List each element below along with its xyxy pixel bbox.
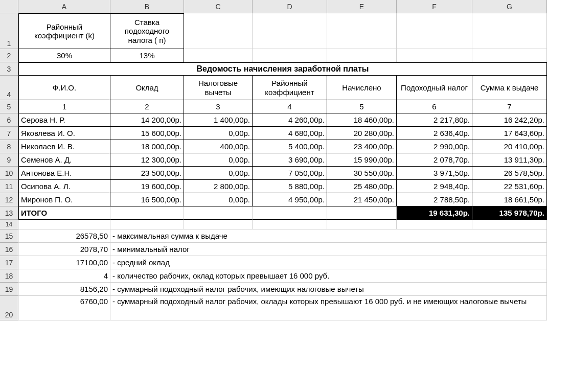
cell-accr[interactable]: 21 450,00р. (327, 193, 397, 206)
cell-accr[interactable]: 30 550,00р. (327, 167, 397, 180)
stat-desc[interactable]: - количество рабочих, оклад которых прев… (110, 269, 547, 283)
row-header-3[interactable]: 3 (0, 62, 18, 76)
cell-accr[interactable]: 15 990,00р. (327, 153, 397, 167)
title-cell[interactable]: Ведомость начисления заработной платы (18, 62, 547, 76)
cell-tax[interactable]: 2 078,70р. (397, 153, 472, 167)
row-header-16[interactable]: 16 (0, 243, 18, 256)
colnum-6[interactable]: 6 (397, 100, 472, 113)
total-tax[interactable]: 19 631,30р. (397, 206, 472, 220)
cell-tax[interactable]: 2 636,40р. (397, 127, 472, 140)
total-label[interactable]: ИТОГО (18, 206, 110, 220)
col-header-B[interactable]: B (110, 0, 184, 13)
cell-tax[interactable]: 2 990,00р. (397, 140, 472, 153)
stat-desc[interactable]: - максимальная сумма к выдаче (110, 229, 547, 243)
row-header-7[interactable]: 7 (0, 127, 18, 140)
cell-salary[interactable]: 18 000,00р. (110, 140, 184, 153)
stat-desc[interactable]: - суммарный подоходный налог рабочих, им… (110, 283, 547, 296)
cell-deduct[interactable]: 0,00р. (184, 167, 253, 180)
hdr-tax[interactable]: Подоходный налог (397, 76, 472, 100)
cell-B14[interactable] (110, 220, 184, 229)
cell-tax[interactable]: 3 971,50р. (397, 167, 472, 180)
cell-name[interactable]: Яковлева И. О. (18, 127, 110, 140)
cell-deduct[interactable]: 0,00р. (184, 193, 253, 206)
cell-name[interactable]: Серова Н. Р. (18, 113, 110, 127)
cell-E13[interactable] (327, 206, 397, 220)
cell-salary[interactable]: 23 500,00р. (110, 167, 184, 180)
colnum-2[interactable]: 2 (110, 100, 184, 113)
cell-E1[interactable] (327, 13, 397, 49)
total-pay[interactable]: 135 978,70р. (472, 206, 547, 220)
cell-G14[interactable] (472, 220, 547, 229)
cell-tax[interactable]: 2 788,50р. (397, 193, 472, 206)
cell-A1[interactable]: Районный коэффициент (k) (18, 13, 110, 49)
stat-val[interactable]: 2078,70 (18, 243, 110, 256)
cell-pay[interactable]: 13 911,30р. (472, 153, 547, 167)
hdr-salary[interactable]: Оклад (110, 76, 184, 100)
cell-coef[interactable]: 7 050,00р. (253, 167, 327, 180)
cell-C14[interactable] (184, 220, 253, 229)
hdr-pay[interactable]: Сумма к выдаче (472, 76, 547, 100)
cell-name[interactable]: Осипова А. Л. (18, 180, 110, 193)
hdr-coef[interactable]: Районный коэффициент (253, 76, 327, 100)
col-header-C[interactable]: C (184, 0, 253, 13)
row-header-1[interactable]: 1 (0, 13, 18, 49)
hdr-name[interactable]: Ф.И.О. (18, 76, 110, 100)
cell-accr[interactable]: 25 480,00р. (327, 180, 397, 193)
cell-F1[interactable] (397, 13, 472, 49)
cell-coef[interactable]: 5 880,00р. (253, 180, 327, 193)
cell-F14[interactable] (397, 220, 472, 229)
row-header-10[interactable]: 10 (0, 167, 18, 180)
col-header-G[interactable]: G (472, 0, 547, 13)
cell-C13[interactable] (184, 206, 253, 220)
cell-salary[interactable]: 19 600,00р. (110, 180, 184, 193)
stat-val[interactable]: 4 (18, 269, 110, 283)
row-header-2[interactable]: 2 (0, 49, 18, 62)
cell-A2[interactable]: 30% (18, 49, 110, 62)
cell-F2[interactable] (397, 49, 472, 62)
cell-tax[interactable]: 2 217,80р. (397, 113, 472, 127)
colnum-5[interactable]: 5 (327, 100, 397, 113)
cell-salary[interactable]: 14 200,00р. (110, 113, 184, 127)
cell-C2[interactable] (184, 49, 253, 62)
stat-desc[interactable]: - минимальный налог (110, 243, 547, 256)
cell-A14[interactable] (18, 220, 110, 229)
cell-D13[interactable] (253, 206, 327, 220)
corner-cell[interactable] (0, 0, 18, 13)
cell-E14[interactable] (327, 220, 397, 229)
hdr-deduct[interactable]: Налоговые вычеты (184, 76, 253, 100)
col-header-E[interactable]: E (327, 0, 397, 13)
row-header-11[interactable]: 11 (0, 180, 18, 193)
cell-B2[interactable]: 13% (110, 49, 184, 62)
cell-name[interactable]: Семенов А. Д. (18, 153, 110, 167)
col-header-F[interactable]: F (397, 0, 472, 13)
col-header-A[interactable]: A (18, 0, 110, 13)
cell-coef[interactable]: 4 680,00р. (253, 127, 327, 140)
cell-name[interactable]: Николаев И. В. (18, 140, 110, 153)
row-header-19[interactable]: 19 (0, 283, 18, 296)
row-header-6[interactable]: 6 (0, 113, 18, 127)
cell-coef[interactable]: 3 690,00р. (253, 153, 327, 167)
cell-coef[interactable]: 4 260,00р. (253, 113, 327, 127)
hdr-accr[interactable]: Начислено (327, 76, 397, 100)
cell-D1[interactable] (253, 13, 327, 49)
stat-val[interactable]: 8156,20 (18, 283, 110, 296)
cell-pay[interactable]: 18 661,50р. (472, 193, 547, 206)
cell-coef[interactable]: 5 400,00р. (253, 140, 327, 153)
cell-deduct[interactable]: 0,00р. (184, 127, 253, 140)
stat-val[interactable]: 26578,50 (18, 229, 110, 243)
cell-accr[interactable]: 23 400,00р. (327, 140, 397, 153)
colnum-7[interactable]: 7 (472, 100, 547, 113)
cell-coef[interactable]: 4 950,00р. (253, 193, 327, 206)
cell-G1[interactable] (472, 13, 547, 49)
cell-deduct[interactable]: 400,00р. (184, 140, 253, 153)
cell-pay[interactable]: 20 410,00р. (472, 140, 547, 153)
row-header-17[interactable]: 17 (0, 256, 18, 269)
row-header-14[interactable]: 14 (0, 220, 18, 229)
cell-salary[interactable]: 15 600,00р. (110, 127, 184, 140)
cell-tax[interactable]: 2 948,40р. (397, 180, 472, 193)
cell-deduct[interactable]: 1 400,00р. (184, 113, 253, 127)
row-header-4[interactable]: 4 (0, 76, 18, 100)
row-header-20[interactable]: 20 (0, 296, 18, 320)
cell-deduct[interactable]: 2 800,00р. (184, 180, 253, 193)
cell-name[interactable]: Антонова Е.Н. (18, 167, 110, 180)
